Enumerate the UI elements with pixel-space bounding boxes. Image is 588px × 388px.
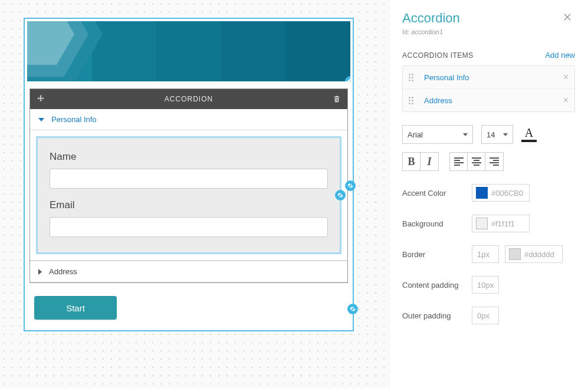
background-hex-field[interactable] (491, 219, 525, 228)
border-hex-field[interactable] (524, 250, 559, 259)
align-right-button[interactable] (485, 153, 503, 170)
gear-icon[interactable] (345, 180, 356, 191)
prop-label: Background (402, 219, 466, 228)
trash-icon[interactable] (331, 93, 343, 105)
item-label[interactable]: Personal Info (424, 73, 556, 82)
text-align-group (449, 152, 504, 171)
size-value: 14 (487, 130, 495, 139)
prop-label: Outer padding (402, 311, 466, 320)
widget-titlebar[interactable]: ACCORDION (30, 89, 347, 109)
font-color-icon: A (525, 127, 533, 139)
add-new-button[interactable]: Add new (545, 51, 575, 60)
color-swatch[interactable] (476, 187, 488, 199)
font-size-select[interactable]: 14 (481, 125, 513, 144)
accordion-section-header[interactable]: Personal Info (30, 109, 347, 130)
email-field[interactable] (50, 217, 328, 237)
button-block[interactable]: Start (25, 288, 353, 330)
outer-padding-field[interactable] (472, 307, 499, 324)
bold-button[interactable]: B (403, 153, 421, 170)
panel-title: Accordion (402, 11, 460, 26)
color-swatch[interactable] (509, 248, 521, 260)
gear-icon[interactable] (347, 304, 358, 314)
chevron-down-icon (463, 133, 468, 136)
font-family-select[interactable]: Arial (402, 125, 473, 144)
id-value: accordion1 (411, 28, 443, 35)
widget-id: Id: accordion1 (402, 28, 460, 35)
drag-handle-icon[interactable] (409, 97, 417, 104)
item-label[interactable]: Address (424, 96, 556, 105)
id-label: Id: (402, 28, 409, 35)
color-swatch[interactable] (476, 218, 488, 229)
field-label: Email (50, 199, 328, 211)
section-header: ACCORDION ITEMS (402, 51, 474, 60)
gear-icon[interactable] (335, 190, 346, 200)
list-item[interactable]: Address × (403, 89, 574, 111)
accordion-section-header[interactable]: Address (30, 261, 347, 282)
border-color-input[interactable] (505, 245, 563, 263)
delete-icon[interactable]: × (563, 95, 569, 106)
content-padding-field[interactable] (472, 276, 499, 294)
design-canvas[interactable]: ACCORDION Personal Info Name (0, 0, 389, 388)
drag-handle-icon[interactable] (409, 74, 417, 81)
prop-label: Accent Color (402, 189, 466, 198)
align-left-button[interactable] (450, 153, 468, 170)
section-inner-selection[interactable]: Name Email (36, 136, 341, 254)
chevron-down-icon (503, 133, 508, 136)
section-label: Address (49, 267, 77, 276)
font-color-button[interactable]: A (521, 127, 537, 142)
accordion-section-body: Name Email (30, 130, 347, 261)
border-width-field[interactable] (472, 245, 499, 263)
prop-label: Content padding (402, 281, 466, 290)
font-value: Arial (408, 130, 423, 139)
close-icon[interactable] (560, 11, 575, 25)
text-style-group: B I (402, 152, 439, 171)
list-item[interactable]: Personal Info × (403, 66, 574, 89)
accent-color-input[interactable] (472, 184, 530, 202)
accent-hex-field[interactable] (491, 189, 525, 198)
widget-title: ACCORDION (47, 95, 331, 103)
align-center-button[interactable] (468, 153, 485, 170)
field-label: Name (50, 151, 328, 163)
accordion-widget[interactable]: ACCORDION Personal Info Name (29, 88, 348, 283)
prop-label: Border (402, 250, 466, 259)
page-selection-frame[interactable]: ACCORDION Personal Info Name (24, 18, 354, 331)
move-icon[interactable] (35, 93, 47, 105)
delete-icon[interactable]: × (563, 72, 569, 83)
chevron-right-icon (38, 269, 42, 275)
italic-button[interactable]: I (421, 153, 438, 170)
section-label: Personal Info (51, 115, 97, 124)
properties-panel: Accordion Id: accordion1 ACCORDION ITEMS… (389, 0, 588, 388)
start-button[interactable]: Start (34, 296, 117, 320)
accordion-items-list: Personal Info × Address × (402, 65, 575, 112)
chevron-down-icon (38, 118, 44, 121)
header-image-block[interactable] (27, 21, 350, 81)
background-color-input[interactable] (472, 215, 530, 232)
name-field[interactable] (50, 169, 328, 189)
